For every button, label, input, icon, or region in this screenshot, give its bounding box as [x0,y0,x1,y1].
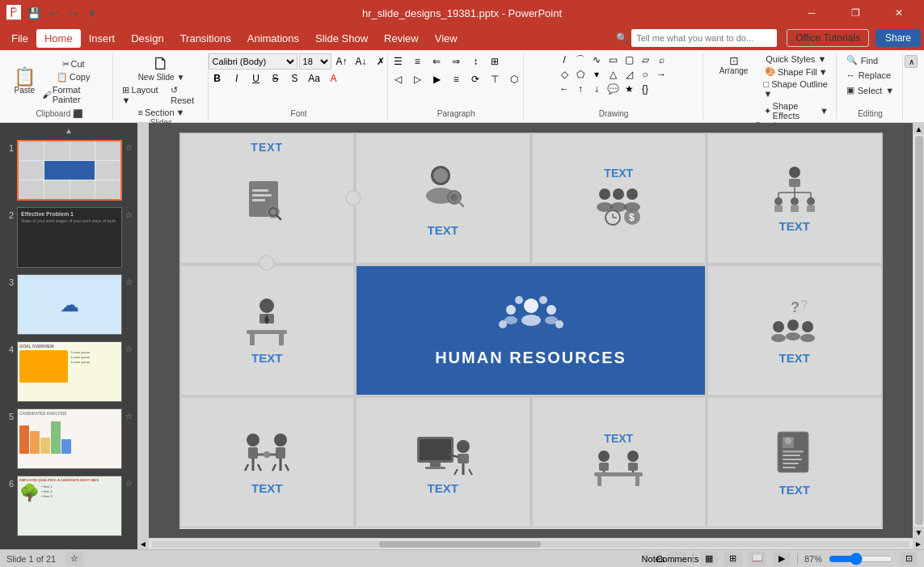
find-button[interactable]: 🔍 Find [842,53,899,67]
quick-styles-button[interactable]: Quick Styles ▼ [762,53,831,65]
minimize-button[interactable]: ─ [793,0,830,26]
shape-arrow-left[interactable]: ← [557,83,572,95]
puzzle-piece-3[interactable]: TEXT [531,133,707,264]
collapse-ribbon-button[interactable]: ∧ [905,55,918,68]
redo-button[interactable]: ↪ [65,5,81,21]
save-button[interactable]: 💾 [26,5,42,21]
reset-button[interactable]: ↺ Reset [168,84,203,106]
puzzle-piece-7[interactable]: ? ? [707,264,883,396]
shape-curve[interactable]: ⌒ [573,53,588,66]
align-center-button[interactable]: ▷ [408,71,426,87]
italic-button[interactable]: I [228,70,246,87]
scroll-right-button[interactable]: ► [913,539,924,550]
indent-less-button[interactable]: ⇐ [428,53,445,70]
puzzle-piece-9[interactable]: TEXT [355,396,531,528]
slide-canvas[interactable]: TEXT [179,133,883,529]
normal-view-button[interactable]: ▦ [700,552,718,566]
menu-home[interactable]: Home [36,29,81,48]
comments-button[interactable]: Comments [669,552,686,566]
shape-rounded-rect[interactable]: ▢ [622,53,636,66]
puzzle-piece-5[interactable]: TEXT [179,264,356,396]
restore-button[interactable]: ❐ [837,0,874,26]
copy-button[interactable]: 📋 Copy [40,71,108,83]
shape-arrow-up[interactable]: ↑ [573,83,588,95]
columns-button[interactable]: ⊞ [486,53,504,70]
slide-thumb-3[interactable]: 3 ☁ ☆ [3,273,134,336]
shape-diamond[interactable]: ◇ [557,68,572,81]
new-slide-button[interactable]: 🗋 New Slide ▼ [120,53,204,83]
undo-button[interactable]: ↩ [45,5,61,21]
office-tutorials-button[interactable]: Office Tutorials [787,29,869,47]
customize-qa-button[interactable]: ▼ [84,5,100,21]
bold-button[interactable]: B [209,70,226,87]
font-size-select[interactable]: 18 [299,53,331,70]
menu-file[interactable]: File [3,29,36,48]
section-button[interactable]: ≡ Section ▼ [120,107,204,118]
slide-thumb-2[interactable]: 2 Effective Problem 1 Steps of your work… [3,205,134,269]
zoom-fit-button[interactable]: ⊡ [900,552,918,566]
shape-freeform[interactable]: ∿ [589,53,604,66]
shape-line[interactable]: / [557,53,572,66]
shape-more[interactable]: ▾ [589,68,604,81]
puzzle-piece-2[interactable]: TEXT [355,133,531,264]
slide-panel-scroll-up[interactable]: ▲ [3,126,134,135]
close-button[interactable]: ✕ [880,0,918,26]
change-case-button[interactable]: Aa [306,70,323,87]
clear-format-button[interactable]: ✗ [372,53,390,70]
zoom-slider[interactable] [829,552,893,565]
text-direction-button[interactable]: ⟳ [466,71,484,87]
line-spacing-button[interactable]: ↕ [466,53,484,70]
tell-me-input[interactable] [631,29,777,47]
share-button[interactable]: Share [875,29,921,47]
cut-button[interactable]: ✂ Cut [40,58,108,70]
select-button[interactable]: ▣ Select ▼ [842,83,899,97]
layout-button[interactable]: ⊞ Layout ▼ [120,84,168,106]
horizontal-scrollbar[interactable]: ◄ ► [137,538,924,549]
slide-thumb-4[interactable]: 4 GOAL OVERVIEW Lorem ipsum Lorem ipsum … [3,340,134,404]
indent-more-button[interactable]: ⇒ [447,53,465,70]
shape-parallelogram[interactable]: ▱ [638,53,652,66]
menu-slideshow[interactable]: Slide Show [307,29,376,48]
reading-view-button[interactable]: 📖 [749,552,766,566]
paste-button[interactable]: 📋 Paste [11,66,38,96]
puzzle-piece-8[interactable]: TEXT [179,396,356,528]
align-right-button[interactable]: ▶ [428,71,445,87]
puzzle-piece-11[interactable]: TEXT [707,396,883,528]
shape-star[interactable]: ★ [622,83,636,95]
menu-view[interactable]: View [427,29,466,48]
shape-pentagon[interactable]: ⬠ [573,68,588,81]
justify-button[interactable]: ≡ [447,71,465,87]
scroll-down-button[interactable]: ▼ [913,527,925,538]
scroll-left-button[interactable]: ◄ [137,539,149,550]
shape-oval[interactable]: ○ [638,68,652,81]
shape-right-triangle[interactable]: ◿ [622,68,636,81]
slide-thumb-6[interactable]: 6 EMPLOYEE QUALITIES: A CANDIDATE MUST H… [3,474,134,538]
scroll-thumb-v[interactable] [915,136,923,525]
font-color-button[interactable]: A [325,70,343,87]
shape-effects-button[interactable]: ✦ Shape Effects ▼ [762,100,831,121]
shape-rect[interactable]: ▭ [605,53,620,66]
menu-review[interactable]: Review [376,29,427,48]
accessibility-button[interactable]: ☆ [65,552,83,566]
menu-animations[interactable]: Animations [239,29,307,48]
font-name-select[interactable]: Calibri (Body) [209,53,297,70]
shape-arrow-right[interactable]: → [654,68,669,81]
slide-thumb-5[interactable]: 5 CANDIDATES ANALYSIS ☆ [3,407,134,471]
format-painter-button[interactable]: 🖌 Format Painter [40,84,108,105]
shape-outline-button[interactable]: □ Shape Outline ▼ [762,78,831,99]
menu-design[interactable]: Design [123,29,171,48]
shape-callout[interactable]: 💬 [605,83,620,95]
canvas-area[interactable]: TEXT [149,123,913,538]
shape-triangle[interactable]: △ [605,68,620,81]
numbering-button[interactable]: ≡ [408,53,426,70]
decrease-font-button[interactable]: A↓ [352,53,370,70]
shape-bracket[interactable]: {} [638,83,652,95]
scroll-up-button[interactable]: ▲ [913,123,925,134]
puzzle-piece-10[interactable]: TEXT [531,396,707,528]
menu-insert[interactable]: Insert [81,29,124,48]
vertical-scrollbar[interactable]: ▲ ▼ [913,123,924,538]
puzzle-piece-1[interactable]: TEXT [179,133,356,264]
text-align-button[interactable]: ⊤ [486,71,504,87]
slide-sorter-button[interactable]: ⊞ [724,552,742,566]
arrange-button[interactable]: ⊡ Arrange [710,53,758,121]
